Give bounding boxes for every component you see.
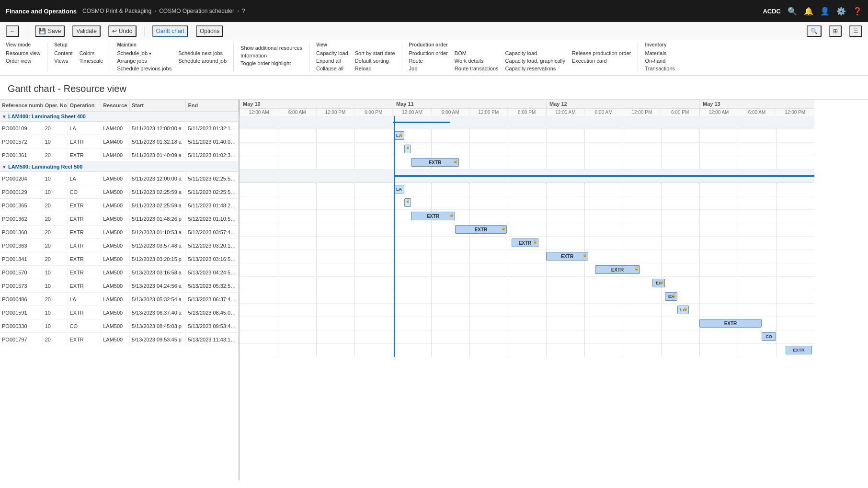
gantt-chart-panel[interactable]: May 10 12:00 AM 6:00 AM 12:00 PM 6:00 PM… bbox=[240, 100, 868, 480]
ribbon-link-route-transactions[interactable]: Route transactions bbox=[455, 66, 499, 71]
table-row[interactable]: PO001363 20 EXTR LAM500 5/12/2023 03:57:… bbox=[0, 239, 239, 252]
breadcrumb-item-1[interactable]: COSMO Print & Packaging bbox=[82, 8, 151, 14]
gantt-bar-po000330[interactable]: CO bbox=[762, 332, 776, 341]
ribbon-link-capacity-reservations[interactable]: Capacity reservations bbox=[505, 66, 565, 71]
gantt-bar-po001570[interactable]: EX 🔒 bbox=[652, 279, 665, 287]
ribbon-link-schedule-next-jobs[interactable]: Schedule next jobs bbox=[178, 50, 227, 56]
table-row[interactable]: PO001365 20 EXTR LAM500 5/11/2023 02:25:… bbox=[0, 199, 239, 212]
table-row[interactable]: PO001591 10 EXTR LAM500 5/13/2023 06:37:… bbox=[0, 306, 239, 319]
validate-button[interactable]: Validate bbox=[72, 25, 100, 37]
gantt-bar-po001797[interactable]: EXTR bbox=[786, 346, 812, 354]
table-row[interactable]: PO001572 10 EXTR LAM400 5/11/2023 01:32:… bbox=[0, 135, 239, 148]
search-button[interactable]: 🔍 bbox=[807, 25, 822, 37]
settings-icon[interactable]: ⚙️ bbox=[836, 7, 846, 16]
ribbon-link-views[interactable]: Views bbox=[54, 58, 73, 64]
tab-gantt-chart[interactable]: Gantt chart bbox=[152, 25, 188, 37]
ribbon-link-content[interactable]: Content bbox=[54, 50, 73, 56]
gantt-bar-po001341[interactable]: EXTR 🔒 bbox=[595, 265, 640, 274]
ribbon-link-work-details[interactable]: Work details bbox=[455, 58, 499, 64]
ribbon-link-colors[interactable]: Colors bbox=[80, 50, 103, 56]
cell-oper: 20 bbox=[43, 254, 68, 264]
ribbon-link-bom[interactable]: BOM bbox=[455, 50, 499, 56]
gantt-group-lam400[interactable]: ▾ LAM400: Laminating Sheet 400 bbox=[0, 112, 239, 122]
ribbon-link-resource-view[interactable]: Resource view bbox=[6, 50, 40, 56]
gantt-bar-po001573[interactable]: EX 🔒 bbox=[665, 292, 677, 301]
ribbon-link-production-order[interactable]: Production order bbox=[409, 50, 448, 56]
time-slot: 12:00 AM bbox=[700, 109, 738, 116]
table-row[interactable]: PO000330 10 CO LAM500 5/13/2023 08:45:03… bbox=[0, 319, 239, 333]
table-row[interactable]: PO001341 20 EXTR LAM500 5/12/2023 03:20:… bbox=[0, 252, 239, 266]
table-row[interactable]: PO001360 20 EXTR LAM500 5/12/2023 01:10:… bbox=[0, 226, 239, 239]
ribbon-link-transactions[interactable]: Transactions bbox=[645, 66, 675, 71]
ribbon-link-collapse-all[interactable]: Collapse all bbox=[316, 66, 348, 71]
view-toggle-1[interactable]: ⊞ bbox=[829, 25, 842, 37]
ribbon-link-schedule-around-job[interactable]: Schedule around job bbox=[178, 58, 227, 64]
ribbon-link-arrange-jobs[interactable]: Arrange jobs bbox=[117, 58, 171, 64]
ribbon-link-execution-card[interactable]: Execution card bbox=[572, 58, 631, 64]
ribbon-link-timescale[interactable]: Timescale bbox=[80, 58, 103, 64]
cell-oper: 10 bbox=[43, 268, 68, 277]
help-icon[interactable]: ❓ bbox=[853, 7, 862, 16]
user-icon[interactable]: 👤 bbox=[820, 7, 830, 16]
gantt-bar-po000129[interactable]: 🔒 bbox=[404, 198, 411, 207]
gantt-bar-po001572[interactable]: 🔒 bbox=[404, 145, 411, 153]
table-row[interactable]: PO000204 10 LA LAM500 5/11/2023 12:00:00… bbox=[0, 172, 239, 185]
gantt-bar-po001360[interactable]: EXTR 🔒 bbox=[512, 238, 538, 247]
gantt-bar-po001361[interactable]: EXTR 🔒 bbox=[411, 158, 459, 167]
gantt-group-lam500[interactable]: ▾ LAM500: Laminating Reel 500 bbox=[0, 162, 239, 172]
cell-start: 5/11/2023 12:00:00 a bbox=[130, 174, 186, 183]
ribbon-link-capacity-load[interactable]: Capacity load bbox=[316, 50, 348, 56]
ribbon-link-expand-all[interactable]: Expand all bbox=[316, 58, 348, 64]
gantt-bar-po001365[interactable]: EXTR 🔒 bbox=[411, 212, 455, 220]
back-button[interactable]: ← bbox=[6, 25, 19, 37]
bar-label: CO bbox=[765, 334, 772, 339]
ribbon-link-toggle-order-highlight[interactable]: Toggle order highlight bbox=[240, 60, 302, 66]
breadcrumb-item-2[interactable]: COSMO Operation scheduler bbox=[159, 8, 234, 14]
bar-lock-icon: 🔒 bbox=[672, 293, 676, 297]
undo-button[interactable]: ↩ Undo bbox=[108, 25, 137, 37]
view-toggle-2[interactable]: ☰ bbox=[849, 25, 862, 37]
gantt-bar-po000204[interactable]: LA bbox=[394, 185, 404, 193]
cell-end: 5/12/2023 01:10:53 a bbox=[186, 214, 239, 224]
ribbon-link-default-sorting[interactable]: Default sorting bbox=[355, 58, 395, 64]
table-row[interactable]: PO000129 10 CO LAM500 5/11/2023 02:25:59… bbox=[0, 185, 239, 199]
ribbon-link-sort-by-start-date[interactable]: Sort by start date bbox=[355, 50, 395, 56]
ribbon-link-release-production-order[interactable]: Release production order bbox=[572, 50, 631, 56]
ribbon-link-capacity-load-graphically[interactable]: Capacity load, graphically bbox=[505, 58, 565, 64]
ribbon-link-order-view[interactable]: Order view bbox=[6, 58, 40, 64]
ribbon-link-route[interactable]: Route bbox=[409, 58, 448, 64]
gantt-bar-po001591[interactable]: EXTR bbox=[699, 319, 762, 328]
gantt-bar-po001362[interactable]: EXTR 🔒 bbox=[455, 225, 507, 234]
gantt-bar-po000486[interactable]: LA 🔒 bbox=[677, 306, 689, 314]
table-row[interactable]: PO001361 20 EXTR LAM400 5/11/2023 01:40:… bbox=[0, 148, 239, 162]
ribbon-link-job[interactable]: Job bbox=[409, 66, 448, 71]
chart-row-po001360: EXTR 🔒 bbox=[240, 237, 814, 250]
gantt-bar-po000109[interactable]: LA 🔒 bbox=[394, 131, 404, 140]
ribbon-link-schedule-previous-jobs[interactable]: Schedule previous jobs bbox=[117, 66, 171, 71]
chart-row-po001365: EXTR 🔒 bbox=[240, 210, 814, 223]
table-row[interactable]: PO001362 20 EXTR LAM500 5/11/2023 01:48:… bbox=[0, 212, 239, 226]
chart-row-po000486: LA 🔒 bbox=[240, 304, 814, 317]
ribbon-link-information[interactable]: Information bbox=[240, 53, 302, 58]
table-row[interactable]: PO001797 20 EXTR LAM500 5/13/2023 09:53:… bbox=[0, 333, 239, 346]
cell-op: CO bbox=[68, 321, 101, 331]
ribbon-link-on-hand[interactable]: On-hand bbox=[645, 58, 675, 64]
ribbon-link-reload[interactable]: Reload bbox=[355, 66, 395, 71]
cell-end: 5/11/2023 01:40:09 a bbox=[186, 137, 239, 147]
ribbon-link-show-additional-resources[interactable]: Show additional resources bbox=[240, 45, 302, 51]
date-label-may12: May 12 bbox=[547, 100, 699, 109]
notifications-icon[interactable]: 🔔 bbox=[804, 7, 813, 16]
table-row[interactable]: PO000486 20 LA LAM500 5/13/2023 05:32:54… bbox=[0, 293, 239, 306]
cell-end: 5/11/2023 01:02:36 p bbox=[186, 150, 239, 160]
breadcrumb-item-3[interactable]: ? bbox=[242, 8, 245, 14]
save-button[interactable]: 💾 Save bbox=[35, 25, 65, 37]
tab-options[interactable]: Options bbox=[196, 25, 223, 37]
ribbon-link-materials[interactable]: Materials bbox=[645, 50, 675, 56]
ribbon-link-schedule-job[interactable]: Schedule job bbox=[117, 50, 171, 56]
gantt-bar-po001363[interactable]: EXTR 🔒 bbox=[546, 252, 588, 261]
search-icon[interactable]: 🔍 bbox=[788, 7, 797, 16]
ribbon-link-prod-capacity-load[interactable]: Capacity load bbox=[505, 50, 565, 56]
table-row[interactable]: PO001570 10 EXTR LAM500 5/13/2023 03:16:… bbox=[0, 266, 239, 279]
table-row[interactable]: PO001573 10 EXTR LAM500 5/13/2023 04:24:… bbox=[0, 279, 239, 293]
table-row[interactable]: PO000109 20 LA LAM400 5/11/2023 12:00:00… bbox=[0, 122, 239, 135]
